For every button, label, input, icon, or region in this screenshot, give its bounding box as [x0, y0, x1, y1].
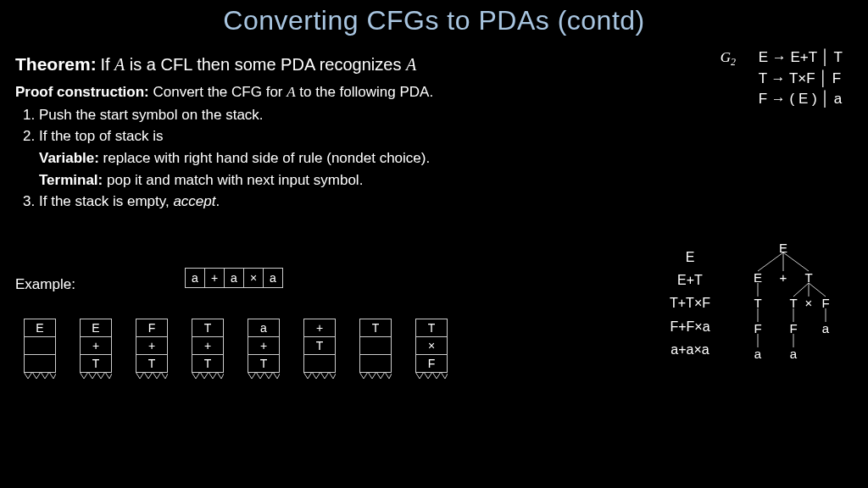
tree-node: + — [780, 270, 787, 285]
tree-node: T — [789, 296, 797, 310]
step-2b: Terminal: pop it and match with next inp… — [39, 171, 592, 191]
stack-cell — [359, 354, 392, 373]
tree-node: F — [754, 321, 761, 336]
stack: T — [359, 319, 392, 380]
tape-cell: a — [185, 268, 205, 288]
tree-node: a — [754, 347, 761, 361]
stack-cell: + — [80, 336, 112, 355]
tree-node: a — [822, 321, 829, 336]
stack-cell: a — [248, 319, 280, 337]
step-2: If the top of stack is Variable: replace… — [39, 127, 592, 191]
stack-bottom-icon — [80, 372, 112, 380]
stack-cell: T — [192, 319, 224, 337]
input-tape: a + a × a — [185, 268, 283, 288]
stack-cell: T — [303, 336, 336, 355]
proof-line: Proof construction: Convert the CFG for … — [15, 83, 592, 103]
stack-bottom-icon — [359, 372, 392, 380]
stack: F+T — [136, 319, 168, 380]
stack-cell — [303, 354, 336, 373]
stack-bottom-icon — [415, 372, 448, 380]
svg-line-2 — [783, 252, 809, 271]
tree-node: T — [754, 296, 761, 310]
stack-bottom-icon — [136, 372, 168, 380]
stack: a+T — [248, 319, 280, 380]
deriv-step: F+F×a — [656, 315, 724, 338]
stack: E — [24, 319, 56, 380]
stack-bottom-icon — [24, 372, 56, 380]
stack-bottom-icon — [192, 372, 224, 380]
stack-cell: T — [415, 319, 448, 337]
stack-cell: T — [359, 319, 392, 337]
parse-tree: E E + T T T × F F F a a a — [724, 237, 843, 381]
stack-cell: E — [24, 319, 56, 337]
stack-bottom-icon — [248, 372, 280, 380]
stack-cell: × — [415, 336, 448, 355]
stack-cell — [359, 336, 392, 355]
example-label: Example: — [15, 276, 75, 293]
stack-cell: F — [415, 354, 448, 373]
deriv-step: E — [656, 246, 724, 269]
tree-node: F — [789, 321, 797, 336]
stack-cell — [24, 354, 56, 373]
theorem-line: Theorem: If A is a CFL then some PDA rec… — [15, 53, 592, 76]
step-1: Push the start symbol on the stack. — [39, 106, 592, 125]
theorem-label: Theorem: — [15, 54, 97, 74]
main-content: Theorem: If A is a CFL then some PDA rec… — [15, 53, 592, 214]
proof-steps: Push the start symbol on the stack. If t… — [15, 106, 592, 212]
theorem-text: If A is a CFL then some PDA recognizes A — [100, 55, 416, 74]
stack-cell: + — [192, 336, 224, 355]
proof-label: Proof construction: — [15, 84, 149, 100]
grammar-rules: E → E+T │ T T → T×F │ F F → ( E ) │ a — [759, 47, 843, 110]
tape-cell: × — [243, 268, 264, 288]
tree-node: E — [779, 241, 787, 255]
stack: T×F — [415, 319, 448, 380]
grammar-name: G2 — [721, 49, 736, 65]
stack-cell: T — [248, 354, 280, 373]
stack-cell: F — [136, 319, 168, 337]
stack-cell: + — [248, 336, 280, 355]
grammar-rule: F → ( E ) │ a — [759, 89, 843, 110]
deriv-step: T+T×F — [656, 291, 724, 314]
deriv-step: a+a×a — [656, 338, 724, 361]
grammar-rule: T → T×F │ F — [759, 69, 843, 90]
stack-cell: T — [136, 354, 168, 373]
slide-title: Converting CFGs to PDAs (contd) — [0, 5, 868, 36]
stack: +T — [303, 319, 336, 380]
stack-cell: T — [80, 354, 112, 373]
stack-cell: + — [303, 319, 336, 337]
tree-node: × — [805, 296, 813, 310]
tree-node: a — [790, 347, 797, 361]
tape-cell: a — [263, 268, 283, 288]
tree-node: F — [821, 296, 829, 310]
deriv-step: E+T — [656, 269, 724, 291]
step-2a: Variable: replace with right hand side o… — [39, 149, 592, 169]
stack: T+T — [192, 319, 224, 380]
step-3: If the stack is empty, accept. — [39, 192, 592, 212]
tape-cell: a — [224, 268, 244, 288]
stack-row: EE+TF+TT+Ta+T+TTT×F — [24, 319, 448, 380]
svg-line-0 — [758, 252, 783, 271]
grammar-rule: E → E+T │ T — [759, 47, 843, 69]
tree-node: E — [754, 270, 762, 285]
stack-cell: + — [136, 336, 168, 355]
stack-bottom-icon — [303, 372, 336, 380]
stack: E+T — [80, 319, 112, 380]
stack-cell: T — [192, 354, 224, 373]
grammar-definition: G2 E → E+T │ T T → T×F │ F F → ( E ) │ a — [721, 47, 843, 110]
tape-cell: + — [204, 268, 225, 288]
derivation-list: E E+T T+T×F F+F×a a+a×a — [656, 246, 724, 361]
stack-cell: E — [80, 319, 112, 337]
stack-cell — [24, 336, 56, 355]
tree-node: T — [804, 270, 812, 285]
